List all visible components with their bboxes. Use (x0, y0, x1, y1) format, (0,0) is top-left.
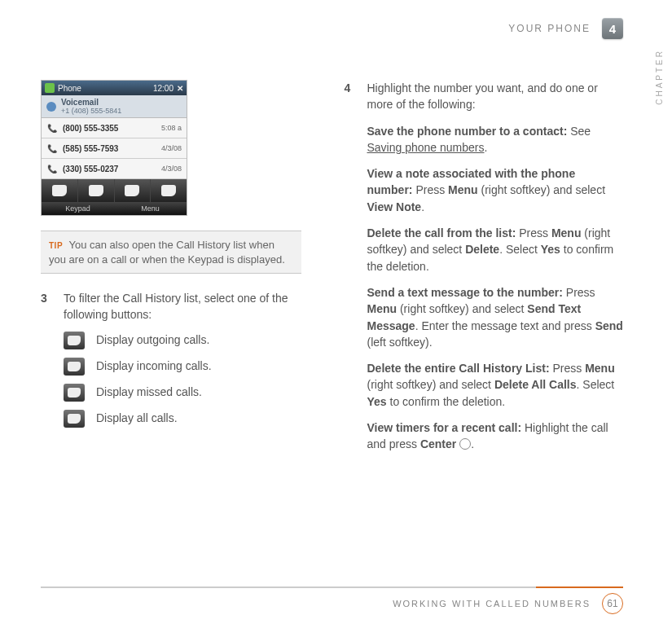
step-body: Highlight the number you want, and do on… (367, 80, 624, 453)
key-send: Send (595, 319, 623, 332)
right-column: 4 Highlight the number you want, and do … (345, 80, 624, 453)
footer-section-title: WORKING WITH CALLED NUMBERS (393, 599, 591, 608)
start-icon (45, 83, 55, 93)
substep-title: View timers for a recent call: (367, 421, 522, 434)
text: . (471, 437, 474, 450)
substep-title: Delete the entire Call History List: (367, 362, 550, 375)
key-center: Center (420, 437, 456, 450)
filter-label: Display incoming calls. (96, 358, 212, 374)
step-number: 4 (345, 80, 356, 453)
softkey-left: Keypad (42, 202, 114, 215)
outgoing-calls-icon (64, 332, 85, 349)
option-yes: Yes (541, 243, 560, 256)
filter-row-outgoing: Display outgoing calls. (64, 332, 320, 349)
voicemail-number: +1 (408) 555-5841 (61, 107, 121, 115)
all-calls-icon (64, 410, 85, 428)
filter-missed-icon (115, 179, 152, 202)
tip-text: You can also open the Call History list … (49, 239, 285, 266)
phone-time: 12:00 (153, 84, 173, 93)
text: Press (516, 226, 551, 239)
page-header: YOUR PHONE 4 (508, 18, 623, 39)
phone-title-bar: Phone 12:00 ✕ (42, 81, 187, 95)
tip-box: TIP You can also open the Call History l… (41, 231, 301, 274)
filter-row-all: Display all calls. (64, 410, 320, 428)
option-yes: Yes (367, 395, 387, 408)
text: . (485, 141, 488, 154)
manual-page: YOUR PHONE 4 CHAPTER Phone 12:00 ✕ Voice… (0, 0, 672, 637)
voicemail-row: Voicemail +1 (408) 555-5841 (42, 95, 187, 118)
step-body: To filter the Call History list, select … (64, 290, 320, 428)
filter-label: Display outgoing calls. (96, 332, 209, 348)
key-menu: Menu (551, 226, 582, 239)
call-number: (330) 555-0237 (63, 165, 161, 174)
text: (right softkey) and select (478, 183, 605, 196)
call-number: (585) 555-7593 (63, 144, 161, 153)
voicemail-label: Voicemail (61, 98, 121, 107)
tip-label: TIP (49, 241, 63, 250)
text: . Select (577, 378, 615, 391)
page-footer: WORKING WITH CALLED NUMBERS 61 (41, 586, 623, 614)
call-icon: 📞 (46, 163, 58, 174)
filter-bar (42, 179, 187, 202)
text: Press (563, 286, 595, 299)
voicemail-icon (46, 102, 56, 112)
option-view-note: View Note (367, 200, 422, 213)
call-history-row: 📞 (330) 555-0237 4/3/08 (42, 159, 187, 179)
phone-screenshot: Phone 12:00 ✕ Voicemail +1 (408) 555-584… (41, 80, 187, 216)
filter-incoming-icon (78, 179, 115, 202)
substep-send-text: Send a text message to the number: Press… (367, 284, 624, 350)
call-icon: 📞 (46, 143, 58, 154)
page-number: 61 (602, 593, 623, 614)
header-section-title: YOUR PHONE (508, 23, 591, 34)
center-button-icon (459, 438, 471, 450)
call-date: 4/3/08 (161, 144, 182, 152)
filter-label: Display missed calls. (96, 384, 202, 400)
content-columns: Phone 12:00 ✕ Voicemail +1 (408) 555-584… (41, 80, 623, 453)
substep-view-timers: View timers for a recent call: Highlight… (367, 420, 624, 453)
missed-calls-icon (64, 384, 85, 402)
softkey-right: Menu (114, 202, 187, 215)
filter-outgoing-icon (42, 179, 78, 202)
text: . Enter the message text and press (415, 319, 595, 332)
call-number: (800) 555-3355 (63, 124, 161, 133)
incoming-calls-icon (64, 358, 85, 376)
step-4: 4 Highlight the number you want, and do … (345, 80, 624, 453)
phone-app-title: Phone (58, 84, 81, 93)
substep-view-note: View a note associated with the phone nu… (367, 165, 624, 215)
substep-delete-all: Delete the entire Call History List: Pre… (367, 360, 624, 410)
key-menu: Menu (448, 183, 478, 196)
filter-row-incoming: Display incoming calls. (64, 358, 320, 376)
close-icon: ✕ (177, 84, 183, 93)
text: . (421, 200, 424, 213)
softkey-bar: Keypad Menu (42, 202, 187, 215)
call-date: 5:08 a (161, 124, 182, 132)
substep-title: Delete the call from the list: (367, 226, 516, 239)
text: Press (550, 362, 586, 375)
text: See (570, 125, 591, 138)
text: (right softkey) and select (367, 378, 494, 391)
substep-delete-call: Delete the call from the list: Press Men… (367, 225, 624, 275)
text: to confirm the deletion. (387, 395, 506, 408)
key-menu: Menu (367, 302, 397, 315)
substep-title: Send a text message to the number: (367, 286, 563, 299)
text: . Select (499, 243, 541, 256)
step-intro: To filter the Call History list, select … (64, 290, 320, 323)
chapter-number-badge: 4 (602, 18, 623, 39)
text: Press (413, 183, 449, 196)
call-icon: 📞 (46, 122, 58, 134)
step-3: 3 To filter the Call History list, selec… (41, 290, 320, 428)
key-menu: Menu (585, 362, 615, 375)
option-delete-all-calls: Delete All Calls (494, 378, 577, 391)
filter-label: Display all calls. (96, 410, 178, 426)
substep-save-contact: Save the phone number to a contact: See … (367, 123, 624, 156)
step-intro: Highlight the number you want, and do on… (367, 80, 624, 113)
filter-all-icon (151, 179, 187, 202)
link-saving-phone-numbers[interactable]: Saving phone numbers (367, 141, 485, 154)
filter-row-missed: Display missed calls. (64, 384, 320, 402)
step-number: 3 (41, 290, 52, 428)
text: (left softkey). (367, 336, 433, 349)
call-history-row: 📞 (585) 555-7593 4/3/08 (42, 138, 187, 159)
call-date: 4/3/08 (161, 165, 182, 173)
left-column: Phone 12:00 ✕ Voicemail +1 (408) 555-584… (41, 80, 320, 453)
substep-title: Save the phone number to a contact: (367, 125, 568, 138)
